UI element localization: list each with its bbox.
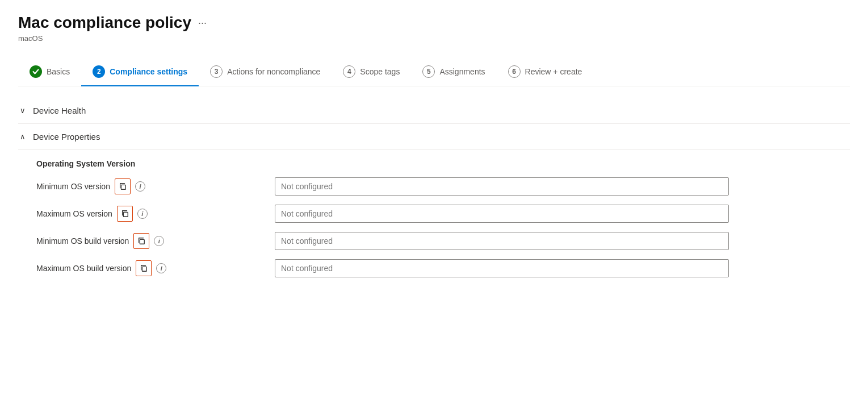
min-os-build-version-info-icon[interactable]: i: [154, 236, 164, 246]
max-os-build-version-label-group: Maximum OS build version i: [36, 260, 275, 276]
max-os-build-version-info-icon[interactable]: i: [156, 263, 166, 273]
page-title: Mac compliance policy: [18, 14, 191, 32]
max-os-version-row: Maximum OS version i: [36, 205, 832, 223]
min-os-build-version-label: Minimum OS build version: [36, 236, 129, 246]
min-os-version-label-group: Minimum OS version i: [36, 178, 275, 194]
tab-scope-label: Scope tags: [360, 67, 400, 76]
svg-rect-2: [140, 239, 145, 244]
min-os-build-version-row: Minimum OS build version i: [36, 232, 832, 250]
min-os-version-copy-button[interactable]: [115, 178, 131, 194]
os-version-subsection-title: Operating System Version: [36, 159, 832, 168]
tab-review-badge: 6: [508, 65, 521, 78]
max-os-version-label-group: Maximum OS version i: [36, 206, 275, 222]
max-os-version-info-icon[interactable]: i: [137, 209, 148, 219]
min-os-version-label: Minimum OS version: [36, 182, 110, 191]
wizard-tabs: Basics 2 Compliance settings 3 Actions f…: [18, 59, 850, 86]
tab-assignments[interactable]: 5 Assignments: [411, 59, 496, 86]
device-properties-section[interactable]: ∧ Device Properties: [18, 124, 850, 150]
copy-icon: [119, 182, 127, 190]
max-os-build-version-label: Maximum OS build version: [36, 264, 131, 273]
svg-rect-1: [123, 212, 128, 217]
device-health-section[interactable]: ∨ Device Health: [18, 98, 850, 124]
more-options-button[interactable]: ···: [198, 17, 207, 29]
page-title-row: Mac compliance policy ···: [18, 14, 850, 32]
svg-rect-3: [142, 267, 147, 271]
svg-rect-0: [121, 185, 125, 189]
device-properties-chevron: ∧: [18, 132, 27, 141]
tab-basics[interactable]: Basics: [18, 59, 81, 86]
checkmark-icon: [32, 68, 39, 75]
max-os-build-version-input[interactable]: [275, 259, 729, 277]
tab-basics-badge: [30, 65, 42, 78]
min-os-version-info-icon[interactable]: i: [135, 181, 145, 192]
content-area: ∨ Device Health ∧ Device Properties Oper…: [18, 98, 850, 296]
copy-icon: [137, 237, 145, 245]
min-os-version-row: Minimum OS version i: [36, 177, 832, 196]
max-os-build-version-row: Maximum OS build version i: [36, 259, 832, 277]
tab-review-create[interactable]: 6 Review + create: [497, 59, 594, 86]
tab-scope-tags[interactable]: 4 Scope tags: [332, 59, 411, 86]
copy-icon: [140, 264, 148, 272]
max-os-version-input[interactable]: [275, 205, 729, 223]
copy-icon: [121, 210, 129, 218]
page-container: Mac compliance policy ··· macOS Basics 2…: [0, 0, 868, 309]
max-os-build-version-copy-button[interactable]: [136, 260, 152, 276]
tab-actions-badge: 3: [210, 65, 223, 78]
tab-actions-noncompliance[interactable]: 3 Actions for noncompliance: [199, 59, 332, 86]
max-os-version-label: Maximum OS version: [36, 209, 112, 218]
tab-compliance-badge: 2: [93, 65, 105, 78]
min-os-build-version-copy-button[interactable]: [133, 233, 149, 249]
min-os-version-input[interactable]: [275, 177, 729, 196]
tab-scope-badge: 4: [343, 65, 355, 78]
min-os-build-version-label-group: Minimum OS build version i: [36, 233, 275, 249]
tab-assignments-label: Assignments: [439, 67, 485, 76]
tab-assignments-badge: 5: [422, 65, 435, 78]
tab-review-label: Review + create: [525, 67, 582, 76]
tab-basics-label: Basics: [47, 67, 70, 76]
tab-compliance-label: Compliance settings: [110, 67, 187, 76]
tab-compliance-settings[interactable]: 2 Compliance settings: [81, 59, 199, 86]
device-health-label: Device Health: [33, 106, 86, 115]
page-subtitle: macOS: [18, 34, 850, 43]
device-health-chevron: ∨: [18, 106, 27, 115]
tab-actions-label: Actions for noncompliance: [227, 67, 320, 76]
max-os-version-copy-button[interactable]: [117, 206, 133, 222]
min-os-build-version-input[interactable]: [275, 232, 729, 250]
device-properties-label: Device Properties: [33, 132, 100, 142]
device-properties-content: Operating System Version Minimum OS vers…: [18, 150, 850, 296]
